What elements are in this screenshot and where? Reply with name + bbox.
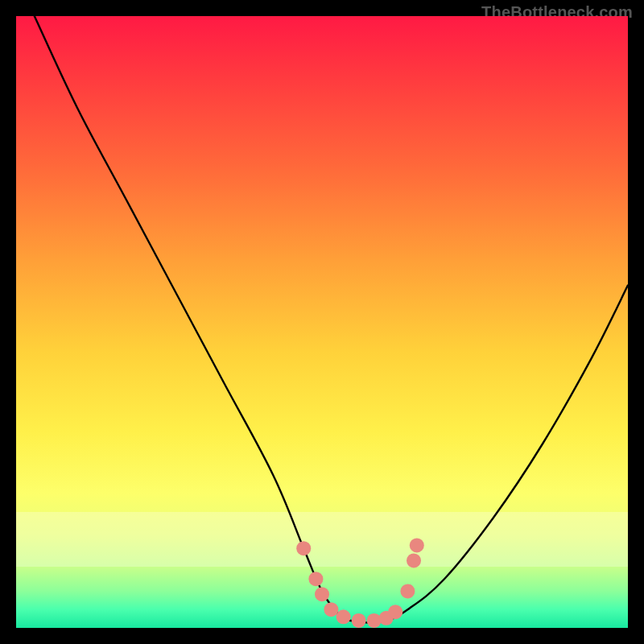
- highlight-dot: [410, 538, 424, 552]
- highlight-dot: [308, 572, 323, 586]
- chart-stage: TheBottleneck.com: [0, 0, 644, 644]
- highlight-dot: [352, 613, 366, 628]
- bottleneck-curve: [35, 16, 628, 623]
- plot-area: [16, 16, 628, 628]
- highlight-dot: [400, 584, 415, 598]
- highlight-dot: [336, 609, 351, 624]
- highlight-dot: [315, 587, 329, 601]
- highlight-dot: [407, 553, 421, 568]
- highlight-dot: [388, 605, 402, 619]
- highlight-dot: [324, 602, 338, 617]
- highlight-dot: [367, 613, 382, 628]
- curve-layer: [16, 16, 628, 628]
- highlight-dot: [296, 541, 311, 555]
- highlight-dots: [296, 538, 424, 628]
- pale-highlight-band: [16, 512, 628, 567]
- highlight-dot: [379, 611, 394, 625]
